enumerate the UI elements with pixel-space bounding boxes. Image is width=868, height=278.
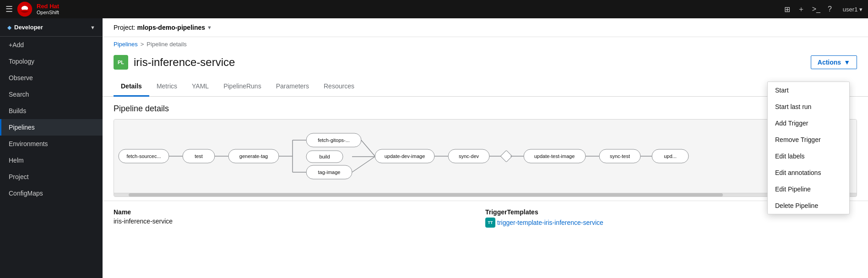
svg-text:fetch-sourcec...: fetch-sourcec... [126,153,161,159]
project-bar: Project: mlops-demo-pipelines ▼ [103,18,868,37]
actions-label: Actions [818,59,841,66]
help-icon[interactable]: ? [828,5,832,13]
svg-text:update-test-image: update-test-image [534,153,575,159]
pipeline-diagram: fetch-sourcec... test generate-tag [114,119,857,197]
dropdown-item-remove-trigger[interactable]: Remove Trigger [768,131,849,148]
svg-text:sync-test: sync-test [610,153,630,159]
project-dropdown-arrow-icon: ▼ [207,25,212,30]
sidebar-item-pipelines[interactable]: Pipelines [0,119,103,136]
tab-resources[interactable]: Resources [316,77,362,97]
sidebar-item-project[interactable]: Project [0,169,103,185]
dropdown-item-edit-pipeline[interactable]: Edit Pipeline [768,181,849,197]
svg-line-24 [352,157,375,172]
hamburger-icon[interactable]: ☰ [5,4,13,14]
name-label: Name [114,208,485,216]
sidebar: ◆ Developer ▼ +Add Topology Observe Sear… [0,18,103,278]
project-prefix: Project: [114,24,135,31]
sidebar-item-observe[interactable]: Observe [0,70,103,86]
svg-rect-31 [500,150,512,162]
svg-text:build: build [319,154,330,159]
resource-badge: PL [114,55,128,70]
svg-line-22 [361,140,375,156]
breadcrumb: Pipelines > Pipeline details [103,37,868,51]
grid-icon[interactable]: ⊞ [784,5,790,14]
dropdown-item-edit-annotations[interactable]: Edit annotations [768,164,849,181]
terminal-icon[interactable]: >_ [812,5,820,13]
dropdown-item-edit-labels[interactable]: Edit labels [768,148,849,164]
dropdown-item-start[interactable]: Start [768,82,849,98]
name-value: iris-inference-service [114,218,485,225]
svg-text:tag-image: tag-image [318,169,341,175]
main-layout: ◆ Developer ▼ +Add Topology Observe Sear… [0,18,868,278]
context-arrow-icon: ▼ [90,25,95,30]
tab-metrics[interactable]: Metrics [149,77,184,97]
breadcrumb-separator: > [141,41,144,48]
svg-text:sync-dev: sync-dev [459,153,479,159]
navbar-icons: ⊞ ＋ >_ ? user1 ▾ [784,5,863,14]
user-menu[interactable]: user1 ▾ [843,6,863,13]
pipeline-canvas[interactable]: fetch-sourcec... test generate-tag [114,120,857,193]
top-navbar: ☰ Red Hat OpenShift ⊞ ＋ >_ ? user1 ▾ [0,0,868,18]
sidebar-item-environments[interactable]: Environments [0,136,103,152]
tab-pipelineruns[interactable]: PipelineRuns [216,77,269,97]
sidebar-context-switcher[interactable]: ◆ Developer ▼ [0,18,103,37]
project-name: mlops-demo-pipelines [137,24,205,31]
sidebar-item-helm[interactable]: Helm [0,152,103,169]
dropdown-item-delete-pipeline[interactable]: Delete Pipeline [768,197,849,214]
sidebar-context-label: Developer [14,24,90,31]
page-title: iris-inference-service [134,56,811,69]
redhat-logo [16,1,33,17]
actions-dropdown-menu: Start Start last run Add Trigger Remove … [767,82,850,214]
breadcrumb-current: Pipeline details [146,41,186,48]
page-header: PL iris-inference-service Actions ▼ [103,51,868,77]
pipeline-scrollbar-thumb [129,193,723,196]
dropdown-item-start-last-run[interactable]: Start last run [768,98,849,115]
sidebar-item-search[interactable]: Search [0,86,103,103]
tab-yaml[interactable]: YAML [184,77,216,97]
plus-icon[interactable]: ＋ [797,5,805,14]
brand-text: Red Hat OpenShift [37,3,59,15]
sidebar-item-add[interactable]: +Add [0,37,103,53]
tt-badge: TT [485,218,495,228]
actions-dropdown-arrow-icon: ▼ [844,59,850,66]
breadcrumb-pipelines-link[interactable]: Pipelines [114,41,138,48]
svg-text:upd...: upd... [664,153,677,159]
dropdown-item-add-trigger[interactable]: Add Trigger [768,115,849,131]
brand: Red Hat OpenShift [16,1,59,17]
context-icon: ◆ [7,24,11,31]
tabs-bar: Details Metrics YAML PipelineRuns Parame… [103,77,868,97]
sidebar-item-topology[interactable]: Topology [0,53,103,70]
sidebar-item-configmaps[interactable]: ConfigMaps [0,185,103,202]
sidebar-item-builds[interactable]: Builds [0,103,103,119]
section-title: Pipeline details [103,97,868,119]
project-selector[interactable]: Project: mlops-demo-pipelines ▼ [114,24,212,31]
trigger-value: TT trigger-template-iris-inference-servi… [485,218,603,228]
tab-parameters[interactable]: Parameters [269,77,316,97]
pipeline-scrollbar[interactable] [114,193,857,196]
trigger-template-link[interactable]: trigger-template-iris-inference-service [497,219,603,226]
tab-details[interactable]: Details [114,77,149,97]
svg-text:fetch-gitops-...: fetch-gitops-... [318,137,350,143]
main-content: Project: mlops-demo-pipelines ▼ Pipeline… [103,18,868,278]
svg-text:generate-tag: generate-tag [239,153,268,159]
svg-text:update-dev-image: update-dev-image [385,153,425,159]
svg-text:test: test [195,153,203,159]
actions-button[interactable]: Actions ▼ [811,55,857,69]
name-detail: Name iris-inference-service [114,208,485,228]
pipeline-svg: fetch-sourcec... test generate-tag [114,120,709,193]
details-section: Name iris-inference-service TriggerTempl… [103,201,868,235]
